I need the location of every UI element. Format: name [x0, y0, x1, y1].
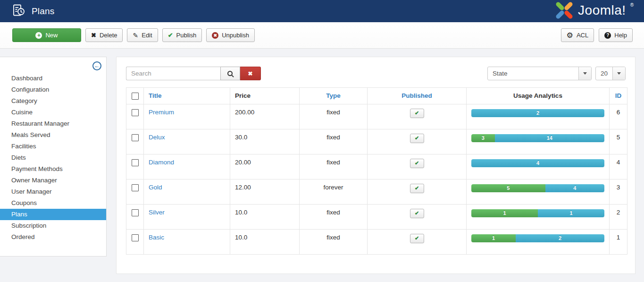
filter-bar: ✖ State 20 [126, 67, 626, 80]
row-checkbox[interactable] [132, 234, 139, 241]
gear-icon: ⚙ [567, 31, 573, 40]
usage-segment-green: 5 [471, 184, 545, 192]
plans-app-icon [12, 4, 25, 19]
usage-analytics-cell: 314 [467, 129, 610, 154]
plan-id: 1 [610, 229, 627, 254]
col-header-type[interactable]: Type [300, 88, 368, 104]
col-header-published[interactable]: Published [368, 88, 467, 104]
usage-analytics-cell: 11 [467, 204, 610, 229]
page-size-value: 20 [596, 67, 612, 80]
sidebar-item-owner-manager[interactable]: Owner Manager [0, 175, 106, 186]
col-header-price: Price [230, 88, 300, 104]
plus-circle-icon: + [35, 32, 42, 39]
sidebar-item-diets[interactable]: Diets [0, 152, 106, 163]
publish-toggle-button[interactable]: ✔ [410, 234, 424, 243]
usage-analytics-cell: 54 [467, 179, 610, 204]
publish-toggle-button[interactable]: ✔ [410, 184, 424, 193]
sidebar-item-user-manager[interactable]: User Manager [0, 186, 106, 197]
sidebar-item-coupons[interactable]: Coupons [0, 197, 106, 209]
main-panel: ✖ State 20 TitlePriceTypePublishedUsage … [116, 57, 636, 274]
edit-button[interactable]: ✎Edit [127, 28, 158, 42]
publish-toggle-button[interactable]: ✔ [410, 109, 424, 118]
plan-title-link[interactable]: Basic [149, 234, 164, 241]
delete-button[interactable]: ✖Delete [85, 28, 123, 42]
sidebar-item-cuisine[interactable]: Cuisine [0, 107, 106, 118]
table-row: Premium200.00fixed✔26 [126, 104, 627, 129]
row-checkbox[interactable] [132, 159, 139, 166]
sidebar-item-restaurant-manager[interactable]: Restaurant Manager [0, 118, 106, 129]
search-button[interactable] [220, 67, 240, 80]
sidebar-item-ordered[interactable]: Ordered [0, 231, 106, 243]
sidebar-collapse-button[interactable]: ← [92, 61, 101, 70]
sidebar-item-meals-served[interactable]: Meals Served [0, 129, 106, 141]
plans-table-wrap: TitlePriceTypePublishedUsage AnalyticsID… [126, 87, 626, 255]
check-icon: ✔ [415, 135, 419, 141]
usage-segment-green: 3 [471, 134, 495, 142]
sidebar-item-dashboard[interactable]: Dashboard [0, 73, 106, 84]
check-icon: ✔ [415, 185, 419, 191]
plan-id: 2 [610, 204, 627, 229]
page-title: Plans [32, 6, 55, 17]
top-navbar: Plans Joomla! ® [0, 0, 644, 22]
published-cell: ✔ [368, 129, 467, 154]
usage-bar: 314 [471, 134, 604, 142]
col-header-usage-analytics: Usage Analytics [467, 88, 610, 104]
col-header-id[interactable]: ID [610, 88, 627, 104]
usage-bar: 12 [471, 234, 604, 242]
joomla-brand-text: Joomla! [578, 1, 626, 20]
plan-price: 12.00 [230, 179, 300, 204]
state-filter-select[interactable]: State [487, 67, 592, 80]
select-all-header-cell [126, 88, 144, 104]
state-filter-value: State [488, 67, 578, 80]
plan-type: fixed [300, 129, 368, 154]
plan-title-link[interactable]: Delux [149, 134, 165, 141]
search-input[interactable] [126, 67, 220, 80]
published-cell: ✔ [368, 104, 467, 129]
usage-segment-green: 1 [471, 234, 516, 242]
button-label: New [45, 32, 58, 39]
registered-mark: ® [630, 1, 634, 9]
help-button[interactable]: ?Help [599, 28, 633, 42]
plan-type: fixed [300, 229, 368, 254]
publish-button[interactable]: ✔Publish [162, 28, 202, 42]
page-size-select[interactable]: 20 [595, 67, 626, 80]
table-header-row: TitlePriceTypePublishedUsage AnalyticsID [126, 88, 627, 104]
plan-title-link[interactable]: Gold [149, 184, 162, 191]
page-size-caret[interactable] [612, 67, 625, 80]
usage-analytics-cell: 4 [467, 154, 610, 179]
plan-title-link[interactable]: Silver [149, 209, 165, 216]
row-checkbox[interactable] [132, 134, 139, 141]
row-checkbox[interactable] [132, 109, 139, 116]
state-filter-caret[interactable] [578, 67, 591, 80]
publish-toggle-button[interactable]: ✔ [410, 159, 424, 168]
acl-button[interactable]: ⚙ACL [561, 28, 594, 42]
sidebar-item-subscription[interactable]: Subscription [0, 220, 106, 231]
sidebar-item-payment-methods[interactable]: Payment Methods [0, 163, 106, 175]
select-all-checkbox[interactable] [132, 93, 139, 100]
publish-toggle-button[interactable]: ✔ [410, 209, 424, 218]
sidebar-item-facilities[interactable]: Facilities [0, 141, 106, 152]
clear-search-button[interactable]: ✖ [240, 67, 261, 80]
plan-title-cell: Basic [144, 229, 230, 254]
sidebar-item-plans[interactable]: Plans [0, 209, 106, 220]
plan-title-link[interactable]: Diamond [149, 159, 174, 166]
right-filters: State 20 [487, 67, 626, 80]
unpublish-button[interactable]: ✖Unpublish [206, 28, 255, 42]
row-checkbox-cell [126, 229, 144, 254]
sidebar-item-configuration[interactable]: Configuration [0, 84, 106, 95]
plan-title-link[interactable]: Premium [149, 109, 174, 116]
plans-table: TitlePriceTypePublishedUsage AnalyticsID… [126, 87, 627, 255]
row-checkbox-cell [126, 154, 144, 179]
row-checkbox-cell [126, 179, 144, 204]
sidebar-item-category[interactable]: Category [0, 95, 106, 107]
usage-segment-blue: 4 [545, 184, 604, 192]
publish-toggle-button[interactable]: ✔ [410, 134, 424, 143]
col-header-title[interactable]: Title [144, 88, 230, 104]
row-checkbox[interactable] [132, 209, 139, 216]
usage-analytics-cell: 12 [467, 229, 610, 254]
toolbar-left: +New✖Delete✎Edit✔Publish✖Unpublish [12, 28, 259, 42]
new-button[interactable]: +New [12, 28, 81, 42]
row-checkbox[interactable] [132, 184, 139, 191]
sidebar-menu: DashboardConfigurationCategoryCuisineRes… [0, 73, 106, 243]
button-label: Unpublish [222, 32, 249, 39]
